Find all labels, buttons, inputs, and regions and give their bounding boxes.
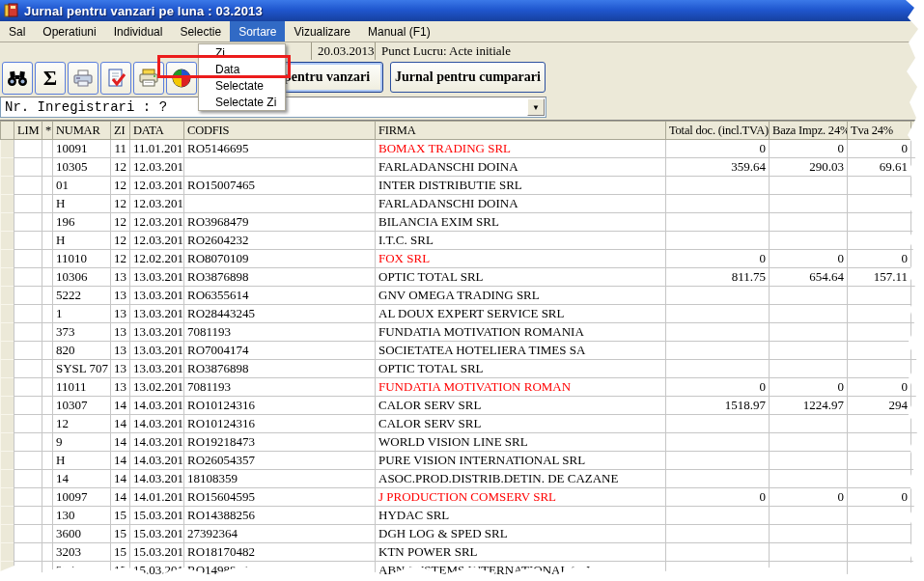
cell-firma[interactable]: BOMAX TRADING SRL	[376, 140, 666, 158]
row-selector[interactable]	[1, 140, 14, 158]
cell-codfis[interactable]: 27392364	[184, 525, 376, 543]
cell-baza[interactable]: 0	[770, 378, 848, 397]
cell-star[interactable]	[42, 543, 53, 562]
cell-total[interactable]: 0	[666, 250, 770, 268]
cell-star[interactable]	[42, 268, 53, 287]
cell-baza[interactable]	[770, 305, 848, 323]
cell-total[interactable]	[666, 433, 770, 452]
table-row[interactable]: 52221313.03.2013RO6355614GNV OMEGA TRADI…	[1, 287, 924, 305]
cell-data[interactable]: 12.03.2013	[130, 232, 184, 250]
table-row[interactable]: H1414.03.2013RO26054357PURE VISION INTER…	[1, 452, 924, 470]
menu-item-manual-f1-[interactable]: Manual (F1)	[359, 21, 439, 42]
cell-firma[interactable]: SOCIETATEA HOTELIERA TIMES SA	[376, 342, 666, 360]
row-selector[interactable]	[1, 342, 14, 360]
cell-total[interactable]: 0	[666, 378, 770, 397]
verify-button[interactable]	[100, 62, 131, 95]
cell-data[interactable]: 13.03.2013	[130, 305, 184, 323]
cell-tva[interactable]: 294	[848, 397, 911, 415]
cell-lim[interactable]	[14, 232, 42, 250]
row-selector[interactable]	[1, 470, 14, 488]
cell-numar[interactable]: 10091	[53, 140, 111, 158]
cell-lim[interactable]	[14, 360, 42, 378]
cell-codfis[interactable]: 7081193	[184, 323, 376, 342]
cell-total[interactable]: 811.75	[666, 268, 770, 287]
cell-baza[interactable]: 0	[770, 250, 848, 268]
row-selector[interactable]	[1, 433, 14, 452]
cell-zi[interactable]: 15	[111, 507, 130, 525]
cell-zi[interactable]: 14	[111, 397, 130, 415]
cell-zi[interactable]: 12	[111, 213, 130, 232]
cell-tva[interactable]	[848, 305, 911, 323]
row-selector[interactable]	[1, 323, 14, 342]
cell-lim[interactable]	[14, 397, 42, 415]
table-row[interactable]: 11313.03.2013RO28443245AL DOUX EXPERT SE…	[1, 305, 924, 323]
table-row[interactable]: SYSL 7071313.03.2013RO3876898OPTIC TOTAL…	[1, 360, 924, 378]
cell-tva[interactable]	[848, 562, 911, 580]
row-selector[interactable]	[1, 488, 14, 507]
row-selector[interactable]	[1, 158, 14, 177]
row-selector[interactable]	[1, 268, 14, 287]
column-header-numar[interactable]: NUMAR	[53, 122, 111, 140]
cell-star[interactable]	[42, 287, 53, 305]
table-row[interactable]: 100971414.01.2013RO15604595J PRODUCTION …	[1, 488, 924, 507]
cell-firma[interactable]: I.T.C. SRL	[376, 232, 666, 250]
cell-b[interactable]	[911, 470, 924, 488]
cell-b[interactable]	[911, 488, 924, 507]
combo-dropdown-button[interactable]: ▼	[527, 98, 545, 116]
cell-b[interactable]	[911, 177, 924, 195]
cell-codfis[interactable]: RO15007465	[184, 177, 376, 195]
sort-menu-item-selectate-zi[interactable]: Selectate Zi	[199, 94, 285, 110]
cell-numar[interactable]: 373	[53, 323, 111, 342]
cell-star[interactable]	[42, 158, 53, 177]
row-selector[interactable]	[1, 452, 14, 470]
cell-lim[interactable]	[14, 525, 42, 543]
cell-total[interactable]	[666, 360, 770, 378]
column-header-b[interactable]: B	[911, 122, 924, 140]
cell-baza[interactable]: 654.64	[770, 268, 848, 287]
cell-codfis[interactable]: RO8070109	[184, 250, 376, 268]
cell-baza[interactable]: 0	[770, 488, 848, 507]
cell-data[interactable]: 13.03.2013	[130, 360, 184, 378]
cell-data[interactable]: 14.03.2013	[130, 415, 184, 433]
cell-data[interactable]: 12.03.2013	[130, 195, 184, 213]
row-selector[interactable]	[1, 305, 14, 323]
cell-lim[interactable]	[14, 378, 42, 397]
cell-data[interactable]: 12.03.2013	[130, 177, 184, 195]
row-selector[interactable]	[1, 213, 14, 232]
cell-b[interactable]	[911, 562, 924, 580]
cell-codfis[interactable]: RO10124316	[184, 397, 376, 415]
table-row[interactable]: 1961212.03.2013RO3968479BILANCIA EXIM SR…	[1, 213, 924, 232]
column-header-firma[interactable]: FIRMA	[376, 122, 666, 140]
cell-star[interactable]	[42, 562, 53, 580]
cell-numar[interactable]: H	[53, 195, 111, 213]
cell-total[interactable]: 0	[666, 488, 770, 507]
column-header-data[interactable]: DATA	[130, 122, 184, 140]
cell-codfis[interactable]: 7081193	[184, 378, 376, 397]
menu-item-vizualizare[interactable]: Vizualizare	[285, 21, 358, 42]
cell-firma[interactable]: BILANCIA EXIM SRL	[376, 213, 666, 232]
cell-star[interactable]	[42, 140, 53, 158]
cell-total[interactable]	[666, 543, 770, 562]
table-row[interactable]: 110111313.02.20137081193FUNDATIA MOTIVAT…	[1, 378, 924, 397]
table-row[interactable]: 110101212.02.2013RO8070109FOX SRL000	[1, 250, 924, 268]
cell-codfis[interactable]: RO18170482	[184, 543, 376, 562]
cell-b[interactable]	[911, 305, 924, 323]
row-selector[interactable]	[1, 360, 14, 378]
cell-firma[interactable]: DGH LOG & SPED SRL	[376, 525, 666, 543]
table-row[interactable]: 3041515.03.2013RO1498840ABN SYSTEMS INTE…	[1, 562, 924, 580]
cell-data[interactable]: 13.03.2013	[130, 342, 184, 360]
cell-b[interactable]	[911, 268, 924, 287]
cell-total[interactable]	[666, 287, 770, 305]
cell-codfis[interactable]: RO3968479	[184, 213, 376, 232]
column-header-codfis[interactable]: CODFIS	[184, 122, 376, 140]
cell-lim[interactable]	[14, 158, 42, 177]
table-row[interactable]: 1301515.03.2013RO14388256HYDAC SRL	[1, 507, 924, 525]
cell-firma[interactable]: OPTIC TOTAL SRL	[376, 360, 666, 378]
cell-tva[interactable]	[848, 543, 911, 562]
cell-b[interactable]	[911, 360, 924, 378]
cell-star[interactable]	[42, 342, 53, 360]
table-row[interactable]: 8201313.03.2013RO7004174SOCIETATEA HOTEL…	[1, 342, 924, 360]
cell-baza[interactable]	[770, 232, 848, 250]
row-selector[interactable]	[1, 232, 14, 250]
table-row[interactable]: 103071414.03.2013RO10124316CALOR SERV SR…	[1, 397, 924, 415]
